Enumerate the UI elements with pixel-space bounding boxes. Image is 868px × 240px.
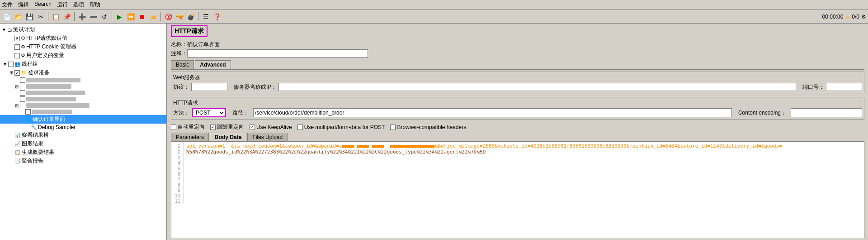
new-button[interactable]: 📄: [2, 12, 12, 22]
settings-icon[interactable]: ⚙: [861, 14, 866, 20]
checkbox[interactable]: [14, 70, 20, 76]
remote-start-button[interactable]: 🎯: [163, 12, 173, 22]
toolbar: 📄 📂 💾 ✂ 📋 📌 ➕ ➖ ↺ ▶ ⏩ ⏹ ⏏ 🎯 🔫 💣 ☰ ❓ 00:0…: [0, 10, 868, 24]
separator-3: [112, 12, 112, 21]
tree-panel: ▼ 🗂 测试计划 ✗ ⚙ HTTP请求默认值 ⚙ HTTP Cookie 管理器: [0, 24, 167, 240]
menu-help[interactable]: 帮助: [90, 1, 100, 9]
tree-item-blurred3[interactable]: [0, 90, 166, 96]
tree-item-http-cookie[interactable]: ⚙ HTTP Cookie 管理器: [0, 43, 166, 51]
stop-button[interactable]: ⏹: [137, 12, 147, 22]
remote-shutdown-button[interactable]: 💣: [186, 12, 196, 22]
cut-button[interactable]: ✂: [36, 12, 46, 22]
cb-follow-redirect[interactable]: [210, 125, 216, 130]
save-button[interactable]: 💾: [24, 12, 34, 22]
open-button[interactable]: 📂: [13, 12, 23, 22]
server-row: 协议： 服务器名称或IP： 端口号：: [173, 83, 862, 91]
tree-label: 测试计划: [13, 26, 35, 34]
cb-browser-compat[interactable]: [390, 125, 396, 130]
content-inner: HTTP请求 名称： 确认订单界面 注释： Basic Advanced Web…: [167, 24, 868, 240]
line-num: 3: [172, 155, 184, 160]
cb-keep-alive[interactable]: [250, 125, 255, 130]
expand-icon[interactable]: ⊞: [14, 103, 20, 108]
tab-files-upload[interactable]: Files Upload: [247, 133, 288, 141]
tab-parameters[interactable]: Parameters: [171, 133, 209, 141]
checkbox[interactable]: [20, 96, 25, 102]
copy-button[interactable]: 📋: [51, 12, 61, 22]
keep-alive-checkbox[interactable]: Use KeepAlive: [250, 124, 292, 130]
tree-item-aggregate[interactable]: 📑 聚合报告: [0, 157, 166, 165]
expand-icon[interactable]: ▼: [1, 27, 7, 32]
protocol-input[interactable]: [191, 83, 227, 91]
clear-button[interactable]: ↺: [99, 12, 109, 22]
remote-stop-button[interactable]: 🔫: [175, 12, 184, 22]
tree-item-blurred5[interactable]: ⊞: [0, 102, 166, 109]
method-select[interactable]: POST GET PUT DELETE: [192, 108, 226, 117]
checkbox[interactable]: [20, 90, 25, 96]
tree-item-blurred4[interactable]: [0, 96, 166, 102]
checkbox-http-default[interactable]: ✗: [14, 36, 20, 41]
tab-body-data[interactable]: Body Data: [210, 133, 246, 141]
server-label: 服务器名称或IP：: [234, 83, 277, 91]
expand-icon[interactable]: ▼: [2, 62, 8, 67]
paste-button[interactable]: 📌: [62, 12, 72, 22]
menu-edit[interactable]: 编辑: [18, 1, 29, 9]
tree-item-blurred1[interactable]: [0, 77, 166, 83]
body-data-area[interactable]: 1 api_version=1 &is_need_coupon=1&coupon…: [171, 142, 864, 238]
follow-redirect-checkbox[interactable]: 跟随重定向: [210, 123, 244, 131]
tree-item-debug-sampler[interactable]: 🔧 Debug Sampler: [0, 124, 166, 131]
expand-icon[interactable]: ⊞: [8, 70, 14, 75]
menu-options[interactable]: 选项: [73, 1, 84, 9]
remove-button[interactable]: ➖: [88, 12, 98, 22]
body-line-1: 1 api_version=1 &is_need_coupon=1&coupon…: [172, 143, 863, 149]
body-line-10: 10: [172, 193, 863, 198]
icon: ⚙: [21, 35, 25, 41]
encoding-input[interactable]: [791, 108, 862, 117]
checkbox[interactable]: [8, 62, 14, 67]
auto-redirect-checkbox[interactable]: 自动重定向: [171, 123, 205, 131]
comment-input[interactable]: [187, 49, 368, 58]
path-input[interactable]: [253, 108, 732, 117]
tab-basic[interactable]: Basic: [171, 60, 194, 69]
expand-icon[interactable]: ⊞: [14, 84, 20, 89]
menu-file[interactable]: 文件: [2, 1, 13, 9]
checkbox[interactable]: [20, 77, 25, 83]
tab-advanced[interactable]: Advanced: [195, 60, 231, 69]
list-button[interactable]: ☰: [201, 12, 211, 22]
tree-item-thread-group[interactable]: ▼ 👥 线程组: [0, 60, 166, 68]
tree-label: 聚合报告: [22, 157, 43, 165]
checkbox[interactable]: [25, 109, 31, 115]
tree-item-confirm-order[interactable]: 🌐 确认订单界面: [0, 115, 166, 124]
cb-multipart[interactable]: [297, 125, 303, 130]
multipart-checkbox[interactable]: Use multipart/form-data for POST: [297, 124, 385, 130]
tree-item-http-default[interactable]: ✗ ⚙ HTTP请求默认值: [0, 34, 166, 43]
menubar: 文件 编辑 Search 运行 选项 帮助: [0, 0, 868, 10]
tree-item-blurred6[interactable]: [0, 109, 166, 115]
checkbox[interactable]: [20, 103, 25, 108]
blurred-label: [26, 103, 90, 108]
body-line-4: 4: [172, 160, 863, 166]
checkbox[interactable]: [14, 53, 20, 58]
checkbox[interactable]: [14, 44, 20, 50]
tree-item-view-results[interactable]: 📊 察看结果树: [0, 131, 166, 139]
menu-search[interactable]: Search: [34, 1, 52, 9]
tree-item-graph-results[interactable]: 📈 图形结果: [0, 139, 166, 148]
start-no-pause-button[interactable]: ⏩: [126, 12, 136, 22]
main-tabs-bar: Basic Advanced: [171, 60, 864, 70]
keep-alive-label: Use KeepAlive: [256, 124, 292, 130]
cb-auto-redirect[interactable]: [171, 125, 176, 130]
server-input[interactable]: [278, 83, 796, 91]
tree-item-test-plan[interactable]: ▼ 🗂 测试计划: [0, 25, 166, 34]
checkbox[interactable]: [20, 84, 25, 89]
browser-compat-checkbox[interactable]: Browser-compatible headers: [390, 124, 466, 130]
shutdown-button[interactable]: ⏏: [148, 12, 158, 22]
tree-item-blurred2[interactable]: ⊞: [0, 83, 166, 90]
line-num: 5: [172, 166, 184, 171]
tree-item-summary[interactable]: 📋 生成概要结果: [0, 148, 166, 157]
port-input[interactable]: [826, 83, 862, 91]
tree-item-user-vars[interactable]: ⚙ 用户定义的变量: [0, 51, 166, 60]
menu-run[interactable]: 运行: [57, 1, 68, 9]
help-button[interactable]: ❓: [212, 12, 222, 22]
add-button[interactable]: ➕: [77, 12, 87, 22]
tree-item-login-prep[interactable]: ⊞ 📁 登录准备: [0, 68, 166, 77]
start-button[interactable]: ▶: [114, 12, 124, 22]
